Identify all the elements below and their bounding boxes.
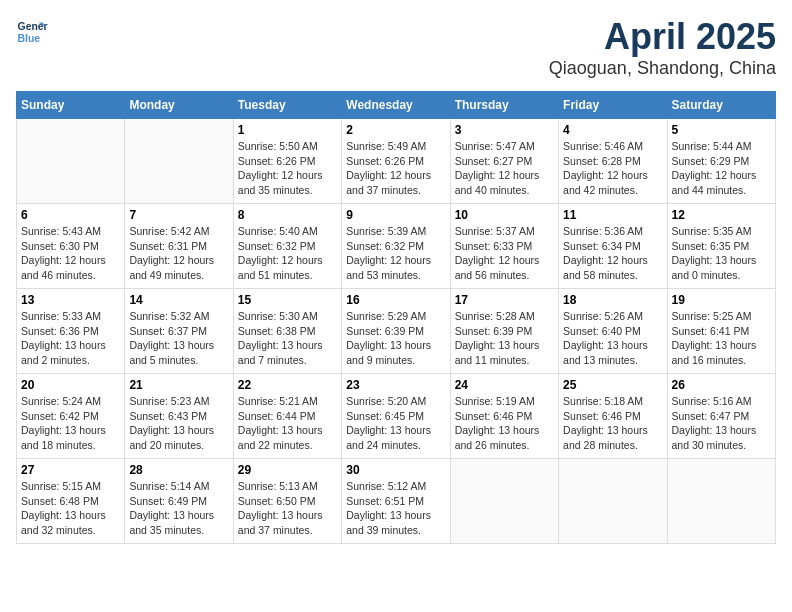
weekday-header: Saturday — [667, 92, 775, 119]
day-number: 28 — [129, 463, 228, 477]
sunrise-text: Sunrise: 5:39 AM — [346, 225, 426, 237]
weekday-header: Wednesday — [342, 92, 450, 119]
day-number: 9 — [346, 208, 445, 222]
daylight-text: Daylight: 13 hours and 20 minutes. — [129, 424, 214, 451]
title-area: April 2025 Qiaoguan, Shandong, China — [549, 16, 776, 79]
sunrise-text: Sunrise: 5:14 AM — [129, 480, 209, 492]
daylight-text: Daylight: 13 hours and 30 minutes. — [672, 424, 757, 451]
day-number: 18 — [563, 293, 662, 307]
weekday-header: Thursday — [450, 92, 558, 119]
daylight-text: Daylight: 12 hours and 35 minutes. — [238, 169, 323, 196]
day-number: 30 — [346, 463, 445, 477]
calendar-week: 6Sunrise: 5:43 AMSunset: 6:30 PMDaylight… — [17, 204, 776, 289]
day-number: 24 — [455, 378, 554, 392]
svg-text:General: General — [18, 21, 48, 32]
calendar-cell: 2Sunrise: 5:49 AMSunset: 6:26 PMDaylight… — [342, 119, 450, 204]
calendar-cell: 7Sunrise: 5:42 AMSunset: 6:31 PMDaylight… — [125, 204, 233, 289]
daylight-text: Daylight: 13 hours and 18 minutes. — [21, 424, 106, 451]
sunset-text: Sunset: 6:45 PM — [346, 410, 424, 422]
calendar-week: 27Sunrise: 5:15 AMSunset: 6:48 PMDayligh… — [17, 459, 776, 544]
sunrise-text: Sunrise: 5:23 AM — [129, 395, 209, 407]
day-info: Sunrise: 5:16 AMSunset: 6:47 PMDaylight:… — [672, 394, 771, 453]
day-number: 5 — [672, 123, 771, 137]
sunset-text: Sunset: 6:42 PM — [21, 410, 99, 422]
day-number: 27 — [21, 463, 120, 477]
sunset-text: Sunset: 6:35 PM — [672, 240, 750, 252]
daylight-text: Daylight: 12 hours and 51 minutes. — [238, 254, 323, 281]
day-number: 4 — [563, 123, 662, 137]
day-number: 7 — [129, 208, 228, 222]
calendar-cell: 3Sunrise: 5:47 AMSunset: 6:27 PMDaylight… — [450, 119, 558, 204]
sunset-text: Sunset: 6:40 PM — [563, 325, 641, 337]
calendar-cell — [450, 459, 558, 544]
calendar-cell: 11Sunrise: 5:36 AMSunset: 6:34 PMDayligh… — [559, 204, 667, 289]
calendar-cell — [125, 119, 233, 204]
sunrise-text: Sunrise: 5:43 AM — [21, 225, 101, 237]
day-number: 21 — [129, 378, 228, 392]
day-info: Sunrise: 5:37 AMSunset: 6:33 PMDaylight:… — [455, 224, 554, 283]
day-info: Sunrise: 5:50 AMSunset: 6:26 PMDaylight:… — [238, 139, 337, 198]
day-info: Sunrise: 5:49 AMSunset: 6:26 PMDaylight:… — [346, 139, 445, 198]
calendar-cell: 8Sunrise: 5:40 AMSunset: 6:32 PMDaylight… — [233, 204, 341, 289]
daylight-text: Daylight: 13 hours and 39 minutes. — [346, 509, 431, 536]
weekday-header: Tuesday — [233, 92, 341, 119]
day-info: Sunrise: 5:15 AMSunset: 6:48 PMDaylight:… — [21, 479, 120, 538]
day-number: 23 — [346, 378, 445, 392]
day-info: Sunrise: 5:14 AMSunset: 6:49 PMDaylight:… — [129, 479, 228, 538]
daylight-text: Daylight: 12 hours and 56 minutes. — [455, 254, 540, 281]
sunset-text: Sunset: 6:27 PM — [455, 155, 533, 167]
daylight-text: Daylight: 13 hours and 11 minutes. — [455, 339, 540, 366]
sunset-text: Sunset: 6:47 PM — [672, 410, 750, 422]
day-number: 17 — [455, 293, 554, 307]
calendar-cell: 13Sunrise: 5:33 AMSunset: 6:36 PMDayligh… — [17, 289, 125, 374]
sunrise-text: Sunrise: 5:42 AM — [129, 225, 209, 237]
calendar-cell: 1Sunrise: 5:50 AMSunset: 6:26 PMDaylight… — [233, 119, 341, 204]
sunrise-text: Sunrise: 5:44 AM — [672, 140, 752, 152]
calendar-cell: 18Sunrise: 5:26 AMSunset: 6:40 PMDayligh… — [559, 289, 667, 374]
sunset-text: Sunset: 6:26 PM — [346, 155, 424, 167]
sunrise-text: Sunrise: 5:15 AM — [21, 480, 101, 492]
day-info: Sunrise: 5:33 AMSunset: 6:36 PMDaylight:… — [21, 309, 120, 368]
sunset-text: Sunset: 6:31 PM — [129, 240, 207, 252]
daylight-text: Daylight: 13 hours and 24 minutes. — [346, 424, 431, 451]
sunset-text: Sunset: 6:41 PM — [672, 325, 750, 337]
daylight-text: Daylight: 12 hours and 46 minutes. — [21, 254, 106, 281]
day-info: Sunrise: 5:42 AMSunset: 6:31 PMDaylight:… — [129, 224, 228, 283]
day-number: 13 — [21, 293, 120, 307]
sunrise-text: Sunrise: 5:24 AM — [21, 395, 101, 407]
daylight-text: Daylight: 12 hours and 53 minutes. — [346, 254, 431, 281]
sunset-text: Sunset: 6:32 PM — [346, 240, 424, 252]
calendar-cell: 5Sunrise: 5:44 AMSunset: 6:29 PMDaylight… — [667, 119, 775, 204]
calendar-cell: 16Sunrise: 5:29 AMSunset: 6:39 PMDayligh… — [342, 289, 450, 374]
daylight-text: Daylight: 13 hours and 16 minutes. — [672, 339, 757, 366]
day-number: 22 — [238, 378, 337, 392]
daylight-text: Daylight: 13 hours and 37 minutes. — [238, 509, 323, 536]
day-number: 6 — [21, 208, 120, 222]
day-number: 29 — [238, 463, 337, 477]
sunrise-text: Sunrise: 5:16 AM — [672, 395, 752, 407]
daylight-text: Daylight: 13 hours and 28 minutes. — [563, 424, 648, 451]
sunrise-text: Sunrise: 5:20 AM — [346, 395, 426, 407]
calendar-cell: 14Sunrise: 5:32 AMSunset: 6:37 PMDayligh… — [125, 289, 233, 374]
sunset-text: Sunset: 6:30 PM — [21, 240, 99, 252]
sunset-text: Sunset: 6:36 PM — [21, 325, 99, 337]
calendar-cell: 27Sunrise: 5:15 AMSunset: 6:48 PMDayligh… — [17, 459, 125, 544]
sunset-text: Sunset: 6:39 PM — [455, 325, 533, 337]
sunset-text: Sunset: 6:48 PM — [21, 495, 99, 507]
daylight-text: Daylight: 13 hours and 9 minutes. — [346, 339, 431, 366]
sunset-text: Sunset: 6:43 PM — [129, 410, 207, 422]
calendar-cell: 6Sunrise: 5:43 AMSunset: 6:30 PMDaylight… — [17, 204, 125, 289]
day-number: 14 — [129, 293, 228, 307]
sunrise-text: Sunrise: 5:33 AM — [21, 310, 101, 322]
daylight-text: Daylight: 13 hours and 5 minutes. — [129, 339, 214, 366]
calendar-cell: 17Sunrise: 5:28 AMSunset: 6:39 PMDayligh… — [450, 289, 558, 374]
calendar-body: 1Sunrise: 5:50 AMSunset: 6:26 PMDaylight… — [17, 119, 776, 544]
calendar-cell: 26Sunrise: 5:16 AMSunset: 6:47 PMDayligh… — [667, 374, 775, 459]
day-number: 20 — [21, 378, 120, 392]
day-number: 11 — [563, 208, 662, 222]
sunset-text: Sunset: 6:26 PM — [238, 155, 316, 167]
sunset-text: Sunset: 6:29 PM — [672, 155, 750, 167]
sunrise-text: Sunrise: 5:35 AM — [672, 225, 752, 237]
sunrise-text: Sunrise: 5:28 AM — [455, 310, 535, 322]
weekday-header: Friday — [559, 92, 667, 119]
